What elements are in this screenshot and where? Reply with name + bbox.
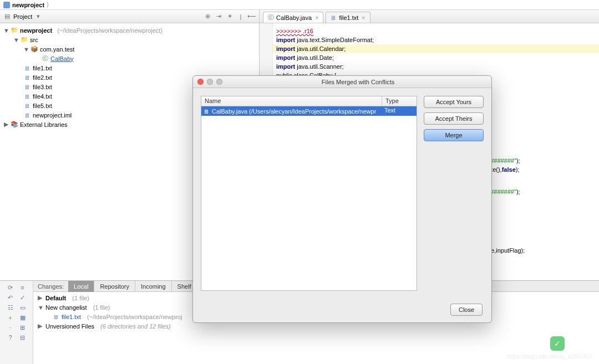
revert-icon[interactable]: ↶ [6, 293, 15, 302]
add-icon[interactable]: ＋ [6, 313, 15, 322]
tree-iml[interactable]: newproject.iml [33, 112, 72, 119]
changes-toolbar: ⟳≡ ↶✓ ☷▭ ＋▦ －⊞ ?⊟ [0, 281, 33, 364]
libraries-icon: 📚 [11, 121, 18, 129]
collapse-icon[interactable]: ⇥ [215, 13, 222, 20]
tab-repository[interactable]: Repository [94, 281, 135, 292]
col-name[interactable]: Name [201, 96, 382, 106]
diff-icon[interactable]: ≡ [18, 283, 27, 292]
java-icon: ⓒ [268, 13, 274, 22]
expand-icon[interactable]: ⊞ [18, 323, 27, 332]
project-toolbar: ▤Project▾ ⊕ ⇥ ✶ | ⟵ [0, 10, 259, 23]
tab-file1[interactable]: 🗎file1.txt× [326, 12, 370, 23]
file-icon: 🗎 [23, 93, 31, 100]
dropdown-icon[interactable]: ▾ [34, 13, 42, 20]
file-icon: 🗎 [53, 314, 59, 320]
close-button[interactable]: Close [450, 304, 483, 316]
col-type[interactable]: Type [382, 96, 417, 106]
merge-button[interactable]: Merge [424, 129, 484, 141]
refresh-icon[interactable]: ⟳ [6, 283, 15, 292]
conflict-file-table[interactable]: Name Type 🗎CalBaby.java (/Users/alecyan/… [201, 96, 417, 291]
project-panel-title[interactable]: Project [13, 13, 32, 20]
accept-theirs-button[interactable]: Accept Theirs [424, 112, 484, 125]
window-zoom-icon[interactable] [216, 79, 222, 85]
dialog-titlebar[interactable]: Files Merged with Conflicts [193, 76, 491, 88]
autoscroll-icon[interactable]: ⊕ [204, 13, 211, 20]
tree-ext[interactable]: External Libraries [20, 121, 68, 128]
cl-unversioned[interactable]: Unversioned Files [45, 323, 94, 330]
file-icon: 🗎 [331, 14, 337, 21]
collapse-all-icon[interactable]: ⊟ [18, 333, 27, 342]
cl-default[interactable]: Default [45, 295, 66, 301]
tree-file[interactable]: file1.txt [33, 65, 52, 71]
tree-file[interactable]: file5.txt [33, 102, 52, 109]
gear-icon[interactable]: ✶ [226, 13, 233, 20]
package-icon: 📦 [31, 45, 38, 53]
watermark-url: https://blog.csdn.net/qq_42897427 [507, 353, 592, 360]
remove-icon[interactable]: － [6, 323, 15, 332]
tree-src[interactable]: src [30, 37, 38, 43]
tree-pkg[interactable]: com.yan.test [40, 46, 74, 53]
window-close-icon[interactable] [197, 79, 204, 85]
divider: | [237, 13, 245, 20]
class-icon: ⓒ [41, 55, 49, 63]
tree-class[interactable]: CalBaby [50, 55, 74, 62]
file-icon: 🗎 [204, 108, 210, 115]
tree-file[interactable]: file2.txt [33, 74, 52, 81]
window-min-icon[interactable] [207, 79, 213, 85]
project-icon [3, 2, 10, 8]
tab-calbaby[interactable]: ⓒCalBaby.java× [263, 12, 323, 23]
merge-conflicts-dialog: Files Merged with Conflicts Name Type 🗎C… [192, 75, 492, 323]
breadcrumb-project[interactable]: newproject [12, 2, 44, 8]
file-icon: 🗎 [23, 64, 31, 72]
breadcrumb: newproject ⟩ [0, 0, 599, 10]
tree-root[interactable]: newproject [20, 27, 52, 34]
cl-newlist[interactable]: New changelist [45, 304, 87, 311]
tree-root-path: (~/IdeaProjects/workspace/newproject) [57, 27, 163, 34]
table-header: Name Type [201, 96, 417, 106]
tab-local[interactable]: Local [68, 281, 94, 292]
accept-yours-button[interactable]: Accept Yours [424, 96, 484, 108]
close-icon[interactable]: × [315, 14, 318, 21]
project-tool-icon: ▤ [3, 13, 11, 20]
commit-icon[interactable]: ✓ [18, 293, 27, 302]
dialog-title: Files Merged with Conflicts [229, 79, 487, 85]
tree-file[interactable]: file4.txt [33, 93, 52, 100]
watermark: ✓ 全栈小刘 [550, 336, 592, 351]
breadcrumb-sep: ⟩ [47, 1, 49, 8]
help-icon[interactable]: ? [6, 333, 15, 342]
group-icon[interactable]: ▦ [18, 313, 27, 322]
cl-file[interactable]: file1.txt [62, 314, 81, 320]
hide-icon[interactable]: ⟵ [248, 13, 256, 20]
tree-file[interactable]: file3.txt [33, 84, 52, 90]
file-icon: 🗎 [23, 102, 31, 110]
editor-tabs: ⓒCalBaby.java× 🗎file1.txt× [260, 10, 599, 23]
shelve-icon[interactable]: ▭ [18, 303, 27, 312]
project-folder-icon: 📁 [11, 27, 18, 34]
wechat-icon: ✓ [550, 336, 565, 351]
src-folder-icon: 📁 [21, 36, 28, 44]
changes-label: Changes: [33, 283, 68, 290]
tab-incoming[interactable]: Incoming [135, 281, 172, 292]
changelist-icon[interactable]: ☷ [6, 303, 15, 312]
table-row[interactable]: 🗎CalBaby.java (/Users/alecyan/IdeaProjec… [201, 106, 417, 116]
file-icon: 🗎 [23, 74, 31, 81]
iml-icon: 🗎 [23, 111, 31, 119]
file-icon: 🗎 [23, 83, 31, 91]
close-icon[interactable]: × [362, 14, 365, 21]
